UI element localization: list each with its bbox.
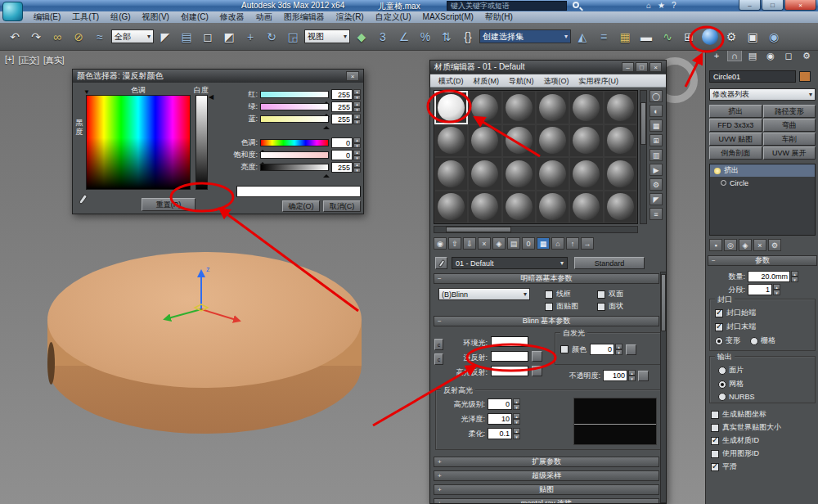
material-sample-slot[interactable] (604, 157, 637, 191)
cap-checkbox[interactable]: 封口末端 (715, 322, 815, 332)
spinner-arrows[interactable]: ▴▾ (353, 150, 361, 160)
material-sample-slot[interactable] (536, 124, 569, 158)
reset-map-icon[interactable]: × (478, 237, 491, 250)
material-sample-slot[interactable] (604, 191, 637, 224)
option-checkbox[interactable]: 生成材质ID (711, 435, 781, 446)
radio-button[interactable] (750, 337, 758, 345)
shader-basic-rollout-header[interactable]: −明暗器基本参数 (434, 273, 659, 284)
material-id-channel-icon[interactable]: 0 (522, 237, 535, 250)
spinner-arrows[interactable]: ▴▾ (773, 284, 780, 295)
checkbox[interactable] (597, 303, 605, 311)
spinner-down-icon[interactable]: ▾ (513, 419, 520, 425)
amount-value[interactable]: 20.0mm▴▾ (748, 271, 798, 282)
radio-button[interactable] (718, 393, 726, 401)
hue-saturation-field[interactable] (86, 95, 191, 190)
option-checkbox[interactable]: 生成贴图坐标 (711, 409, 781, 420)
get-material-icon[interactable]: ◉ (434, 237, 447, 250)
checkbox[interactable] (597, 290, 605, 299)
slider-value[interactable]: 0 (331, 137, 353, 148)
menu-item[interactable]: 模式(D) (434, 75, 469, 87)
spinner-down-icon[interactable]: ▾ (513, 404, 520, 410)
modifier-button[interactable]: UVW 贴图 (709, 133, 762, 146)
spinner-down-icon[interactable]: ▾ (353, 143, 361, 149)
render-setup-icon[interactable]: ⚙ (721, 27, 741, 47)
slider-value[interactable]: 255 (331, 101, 353, 112)
favorites-star-icon[interactable]: ★ (658, 0, 665, 11)
create-tab[interactable]: + (709, 50, 724, 61)
checkbox[interactable] (711, 463, 719, 471)
modifier-button[interactable]: 路径变形 (763, 105, 816, 118)
window-crossing-icon[interactable]: ◩ (219, 27, 239, 47)
maximize-button[interactable]: □ (762, 0, 784, 11)
diffuse-color-swatch[interactable] (491, 351, 528, 362)
named-selection-set-dropdown[interactable]: 创建选择集▾ (479, 29, 571, 43)
spinner-value[interactable]: 1 (748, 284, 772, 295)
menu-item[interactable]: 材质(M) (469, 75, 505, 87)
specular-map-button[interactable] (532, 366, 542, 376)
options-icon[interactable]: ⚙ (649, 178, 663, 191)
hierarchy-tab[interactable]: ▤ (745, 50, 760, 61)
menu-item[interactable]: 视图(V) (137, 11, 175, 23)
parameters-rollout-header[interactable]: −参数 (708, 255, 817, 266)
rollout-header[interactable]: +扩展参数 (434, 457, 659, 467)
two-sided-checkbox[interactable]: 双面 (597, 289, 623, 299)
blinn-rollout-header[interactable]: −Blinn 基本参数 (434, 316, 659, 326)
snap-toggle-icon[interactable]: 3 (373, 27, 393, 47)
radio-button[interactable] (718, 380, 726, 389)
menu-item[interactable]: 工具(T) (66, 11, 105, 23)
rollout-scrollbar[interactable] (660, 272, 667, 503)
sample-vertical-scrollbar[interactable] (640, 90, 647, 224)
spinner-down-icon[interactable]: ▾ (628, 376, 636, 381)
minimize-button[interactable]: – (739, 0, 761, 11)
material-sample-slot[interactable] (569, 191, 603, 224)
lightbulb-icon[interactable] (714, 168, 721, 174)
select-and-manipulate-icon[interactable]: ◆ (352, 27, 371, 47)
make-unique-icon[interactable]: ◈ (739, 239, 752, 251)
material-editor-titlebar[interactable]: 材质编辑器 - 01 - Default –□× (430, 61, 666, 74)
viewport-shading-label[interactable]: [真实] (43, 55, 65, 66)
curve-editor-icon[interactable]: ∿ (658, 27, 677, 47)
slider-track[interactable] (260, 91, 329, 98)
wire-checkbox[interactable]: 线框 (545, 289, 571, 299)
cap-radio[interactable]: 变形 (715, 335, 740, 346)
checkbox[interactable] (711, 437, 719, 445)
go-to-parent-icon[interactable]: ↑ (566, 237, 579, 250)
modifier-button[interactable]: UVW 展开 (763, 146, 816, 160)
utilities-tab[interactable]: ⚙ (799, 50, 814, 61)
menu-item[interactable]: MAXScript(M) (417, 11, 479, 23)
self-illum-color-checkbox[interactable] (560, 345, 569, 353)
spinner-up-icon[interactable]: ▴ (628, 370, 636, 376)
redo-icon[interactable]: ↷ (26, 27, 46, 47)
minimize-button[interactable]: – (622, 62, 634, 72)
slider-handle[interactable] (323, 171, 330, 178)
spinner-value[interactable]: 0 (488, 398, 512, 410)
spinner-value[interactable]: 20.0mm (748, 271, 790, 282)
select-by-name-icon[interactable]: ▤ (177, 27, 196, 47)
material-type-button[interactable]: Standard (574, 257, 645, 269)
spinner-value[interactable]: 0.1 (488, 428, 512, 439)
ambient-color-swatch[interactable] (491, 336, 528, 347)
close-icon[interactable]: × (346, 71, 359, 81)
pick-material-from-object-icon[interactable] (435, 257, 447, 269)
help-icon[interactable]: ? (672, 0, 676, 11)
self-illum-map-button[interactable] (626, 344, 636, 355)
modifier-button[interactable]: 车削 (763, 133, 816, 146)
stack-item[interactable]: Circle (710, 177, 815, 189)
modifier-list-dropdown[interactable]: 修改器列表 ▾ (709, 88, 816, 101)
cap-checkbox[interactable]: 封口始端 (715, 308, 815, 318)
material-sample-slot[interactable] (569, 91, 603, 124)
menu-item[interactable]: 渲染(R) (330, 11, 370, 23)
unlink-selection-icon[interactable]: ⊘ (69, 27, 88, 47)
menu-item[interactable]: 修改器 (214, 11, 250, 23)
configure-modifier-sets-icon[interactable]: ⚙ (768, 239, 781, 251)
output-radio[interactable]: NURBS (718, 393, 815, 401)
backlight-icon[interactable]: ◐ (649, 105, 663, 117)
checkbox[interactable] (715, 309, 723, 317)
select-and-rotate-icon[interactable]: ↻ (262, 27, 281, 47)
render-production-icon[interactable]: ◉ (764, 27, 784, 47)
output-radio[interactable]: 面片 (718, 365, 815, 376)
material-sample-slot[interactable] (434, 124, 468, 158)
menu-item[interactable]: 帮助(H) (479, 11, 519, 23)
spinner-arrows[interactable]: ▴▾ (353, 89, 361, 100)
pin-stack-icon[interactable]: ▪ (709, 239, 722, 251)
